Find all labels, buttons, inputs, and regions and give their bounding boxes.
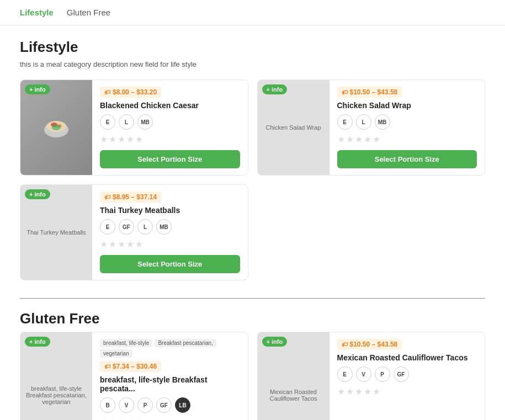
badge-gf: GF bbox=[119, 219, 134, 235]
badge-e: E bbox=[100, 219, 115, 235]
svg-point-4 bbox=[52, 125, 61, 130]
rating-stars: ★★★★★ bbox=[100, 239, 240, 249]
price-range: $7.34 – $30.46 bbox=[100, 361, 161, 372]
lifestyle-section-title: Lifestyle bbox=[20, 39, 485, 56]
badges-row: ELMB bbox=[100, 114, 240, 130]
star-icon: ★ bbox=[109, 239, 116, 249]
star-icon: ★ bbox=[346, 134, 354, 145]
card-image-placeholder: + info Thai Turkey Meatballs bbox=[20, 185, 92, 280]
card-image-placeholder: + info Mexican Roasted Cauliflower Tacos bbox=[258, 332, 329, 420]
star-icon: ★ bbox=[109, 417, 116, 420]
badge-v: V bbox=[356, 366, 371, 382]
card-body: $8.00 – $33.20 Blackened Chicken Caesar … bbox=[92, 80, 248, 175]
info-badge[interactable]: + info bbox=[262, 84, 288, 94]
nav-gluten-free[interactable]: Gluten Free bbox=[67, 8, 110, 17]
section-divider bbox=[20, 298, 485, 299]
rating-stars: ★★★★★ bbox=[100, 417, 240, 420]
lifestyle-cards-grid: + info $8.00 – $33.20 Blackened C bbox=[20, 79, 485, 280]
badge-gf: GF bbox=[156, 397, 172, 413]
badge-p: P bbox=[375, 366, 390, 382]
star-icon: ★ bbox=[346, 386, 354, 397]
rating-stars: ★★★★★ bbox=[337, 134, 477, 145]
star-icon: ★ bbox=[100, 134, 108, 145]
card-body: breakfast, life-styleBreakfast pescatari… bbox=[92, 332, 248, 420]
nav-lifestyle[interactable]: Lifestyle bbox=[20, 8, 54, 17]
info-badge[interactable]: + info bbox=[25, 84, 50, 94]
top-navigation: Lifestyle Gluten Free bbox=[0, 0, 505, 25]
select-portion-button[interactable]: Select Portion Size bbox=[337, 150, 477, 168]
card-body: $10.50 – $43.58 Mexican Roasted Cauliflo… bbox=[329, 332, 485, 420]
star-icon: ★ bbox=[118, 134, 125, 145]
star-icon: ★ bbox=[373, 386, 380, 397]
category-tag: vegetarian bbox=[100, 349, 132, 358]
star-icon: ★ bbox=[135, 239, 143, 249]
star-icon: ★ bbox=[109, 134, 116, 145]
star-icon: ★ bbox=[126, 134, 134, 145]
star-icon: ★ bbox=[100, 417, 108, 420]
card-title: Mexican Roasted Cauliflower Tacos bbox=[337, 353, 477, 362]
card-mexican-roasted-cauliflower: + info Mexican Roasted Cauliflower Tacos… bbox=[257, 332, 486, 420]
badge-e: E bbox=[337, 366, 353, 382]
main-content: Lifestyle this is a meal category descri… bbox=[0, 25, 505, 420]
rating-stars: ★★★★★ bbox=[337, 386, 477, 397]
price-range: $8.95 – $37.14 bbox=[100, 192, 161, 203]
badge-b: B bbox=[100, 397, 115, 413]
badge-gf: GF bbox=[394, 366, 409, 382]
card-image: + info bbox=[20, 80, 92, 175]
star-icon: ★ bbox=[118, 239, 125, 249]
select-portion-button[interactable]: Select Portion Size bbox=[100, 150, 240, 168]
badge-p: P bbox=[137, 397, 153, 413]
badge-l: L bbox=[356, 114, 371, 130]
star-icon: ★ bbox=[126, 417, 134, 420]
star-icon: ★ bbox=[364, 386, 371, 397]
star-icon: ★ bbox=[337, 386, 345, 397]
star-icon: ★ bbox=[100, 239, 108, 249]
star-icon: ★ bbox=[355, 134, 363, 145]
badges-row: EGFLMB bbox=[100, 219, 240, 235]
card-chicken-salad-wrap: + info Chicken Salad Wrap $10.50 – $43.5… bbox=[257, 79, 486, 176]
card-title: breakfast, life-style Breakfast pescata.… bbox=[100, 375, 240, 393]
gluten-free-section-title: Gluten Free bbox=[20, 310, 485, 327]
badge-e: E bbox=[337, 114, 353, 130]
star-icon: ★ bbox=[337, 134, 345, 145]
lifestyle-section-desc: this is a meal category description new … bbox=[20, 60, 485, 68]
star-icon: ★ bbox=[135, 417, 143, 420]
info-badge[interactable]: + info bbox=[25, 189, 50, 199]
category-tag: Breakfast pescatarian, bbox=[155, 339, 216, 347]
star-icon: ★ bbox=[118, 417, 125, 420]
card-breakfast-pescatarian: + info breakfast, life-style Breakfast p… bbox=[20, 332, 248, 420]
price-range: $8.00 – $33.20 bbox=[100, 87, 161, 98]
star-icon: ★ bbox=[135, 134, 143, 145]
badge-l: L bbox=[119, 114, 134, 130]
badge-mb: MB bbox=[156, 219, 172, 235]
price-range: $10.50 – $43.58 bbox=[337, 87, 402, 98]
category-tag: breakfast, life-style bbox=[100, 339, 152, 347]
card-image-placeholder: + info breakfast, life-style Breakfast p… bbox=[20, 332, 92, 420]
card-blackened-chicken: + info $8.00 – $33.20 Blackened C bbox=[20, 79, 248, 176]
badges-row: EVPGF bbox=[337, 366, 477, 382]
card-body: $8.95 – $37.14 Thai Turkey Meatballs EGF… bbox=[92, 185, 248, 280]
card-title: Blackened Chicken Caesar bbox=[100, 101, 240, 110]
badges-row: ELMB bbox=[337, 114, 477, 130]
badge-lb: LB bbox=[175, 397, 190, 413]
price-range: $10.50 – $43.58 bbox=[337, 339, 402, 350]
category-tags: breakfast, life-styleBreakfast pescatari… bbox=[100, 339, 240, 358]
gluten-free-cards-grid: + info breakfast, life-style Breakfast p… bbox=[20, 332, 485, 420]
star-icon: ★ bbox=[364, 134, 371, 145]
info-badge[interactable]: + info bbox=[262, 337, 288, 347]
select-portion-button[interactable]: Select Portion Size bbox=[100, 255, 240, 273]
badge-v: V bbox=[119, 397, 134, 413]
star-icon: ★ bbox=[373, 134, 380, 145]
star-icon: ★ bbox=[126, 239, 134, 249]
card-title: Chicken Salad Wrap bbox=[337, 101, 477, 110]
badge-l: L bbox=[137, 219, 153, 235]
rating-stars: ★★★★★ bbox=[100, 134, 240, 145]
star-icon: ★ bbox=[355, 386, 363, 397]
info-badge[interactable]: + info bbox=[25, 337, 50, 347]
badge-mb: MB bbox=[137, 114, 153, 130]
card-thai-turkey-meatballs: + info Thai Turkey Meatballs $8.95 – $37… bbox=[20, 184, 248, 280]
food-placeholder-icon bbox=[40, 111, 73, 144]
card-title: Thai Turkey Meatballs bbox=[100, 206, 240, 215]
badge-mb: MB bbox=[375, 114, 390, 130]
card-image-placeholder: + info Chicken Salad Wrap bbox=[258, 80, 329, 175]
